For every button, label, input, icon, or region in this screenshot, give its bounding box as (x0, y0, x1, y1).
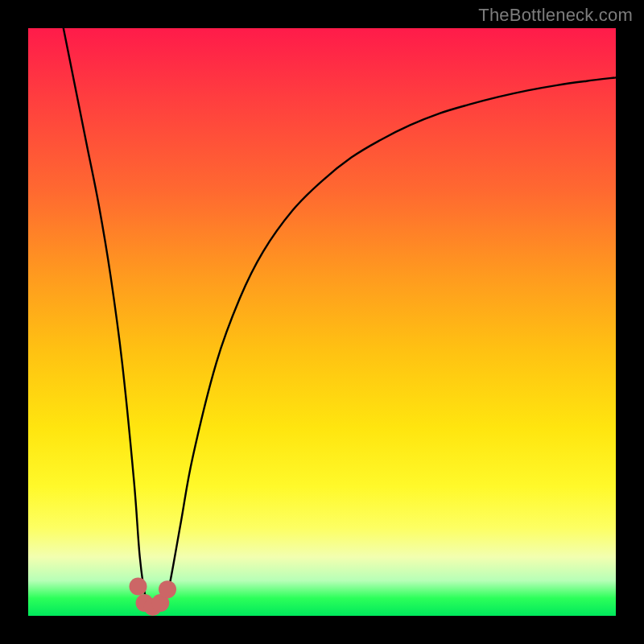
plot-area (28, 28, 616, 616)
trough-marker (159, 580, 176, 598)
bottleneck-curve (64, 28, 616, 611)
chart-svg (28, 28, 616, 616)
trough-marker (130, 578, 147, 596)
outer-frame: TheBottleneck.com (0, 0, 644, 644)
watermark-text: TheBottleneck.com (478, 5, 633, 26)
trough-markers (130, 578, 177, 617)
